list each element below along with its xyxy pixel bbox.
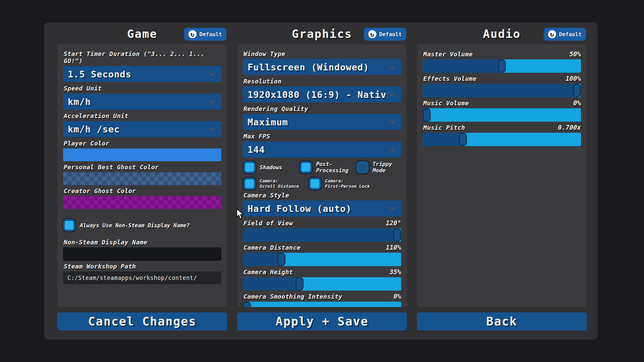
chevron-down-icon — [209, 70, 215, 76]
resolution-label: Resolution — [244, 78, 401, 85]
effects-volume-value: 100% — [566, 75, 581, 82]
rendering-quality-value: Maximum — [248, 117, 288, 127]
music-volume-slider[interactable] — [423, 108, 581, 122]
camera-scroll-distance-checkbox[interactable] — [244, 178, 256, 190]
player-color-label: Player Color — [64, 140, 221, 147]
reset-icon: ↻ — [548, 30, 556, 38]
chevron-down-icon — [209, 98, 215, 104]
music-volume-label: Music Volume — [423, 100, 469, 107]
steam-workshop-path-value: C:/Steam/steamapps/workshop/content/ — [67, 275, 197, 281]
camera-height-slider[interactable] — [243, 277, 401, 291]
camera-first-person-lock-checkbox[interactable] — [309, 178, 321, 190]
default-button-label: Default — [379, 31, 402, 38]
camera-smoothing-intensity-slider[interactable] — [243, 302, 401, 307]
camera-smoothing-intensity-label: Camera Smoothing Intensity — [244, 293, 342, 300]
camera-style-label: Camera Style — [244, 192, 401, 199]
effects-volume-label: Effects Volume — [423, 75, 477, 82]
post-processing-label: Post-Processing — [316, 161, 356, 174]
field-of-view-value: 120° — [386, 219, 401, 227]
window-type-dropdown[interactable]: Fullscreen (Windowed) — [243, 59, 401, 75]
back-button[interactable]: Back — [417, 312, 587, 330]
graphics-column: Graphics ↻ Default Window Type Fullscree… — [237, 26, 407, 330]
rendering-quality-dropdown[interactable]: Maximum — [243, 114, 401, 130]
window-type-label: Window Type — [244, 50, 401, 57]
camera-style-value: Hard Follow (auto) — [248, 203, 352, 214]
music-pitch-value: 0.700x — [558, 124, 581, 131]
resolution-dropdown[interactable]: 644x362 (16:9) - Native — [243, 86, 401, 103]
pb-ghost-color-label: Personal Best Ghost Color — [64, 164, 221, 171]
camera-first-person-lock-label: Camera: First-Person Lock — [325, 178, 370, 189]
window-type-value: Fullscreen (Windowed) — [248, 62, 369, 72]
speed-unit-dropdown[interactable]: km/h — [63, 94, 221, 110]
master-volume-label: Master Volume — [423, 51, 473, 58]
slider-handle[interactable] — [423, 108, 431, 122]
always-use-non-steam-name-checkbox[interactable] — [63, 219, 75, 231]
chevron-down-icon — [209, 125, 215, 131]
music-pitch-slider[interactable] — [423, 133, 581, 146]
cancel-changes-button[interactable]: Cancel Changes — [57, 312, 227, 330]
camera-distance-slider[interactable] — [243, 253, 401, 266]
effects-volume-slider[interactable] — [423, 84, 581, 97]
slider-handle[interactable] — [498, 59, 506, 73]
trippy-mode-checkbox[interactable] — [357, 161, 369, 173]
acceleration-unit-dropdown[interactable]: km/h /sec — [63, 121, 221, 137]
master-volume-slider[interactable] — [423, 59, 581, 73]
music-pitch-label: Music Pitch — [423, 124, 465, 131]
field-of-view-label: Field of View — [244, 220, 293, 227]
max-fps-label: Max FPS — [244, 133, 401, 140]
reset-icon: ↻ — [368, 30, 376, 38]
acceleration-unit-label: Acceleration Unit — [64, 112, 221, 119]
shadows-checkbox[interactable] — [244, 161, 256, 173]
rendering-quality-label: Rendering Quality — [244, 105, 401, 112]
post-processing-checkbox[interactable] — [300, 161, 312, 173]
non-steam-name-checkbox-row: Always Use Non-Steam Display Name? — [63, 219, 221, 231]
camera-smoothing-intensity-value: 0% — [393, 293, 401, 300]
start-timer-label: Start Timer Duration ("3... 2... 1... GO… — [64, 50, 221, 64]
slider-handle[interactable] — [393, 228, 401, 242]
graphics-checkbox-row-1: Shadows Post-Processing Trippy Mode — [244, 161, 401, 174]
max-fps-dropdown[interactable]: 144 — [243, 141, 401, 158]
slider-handle[interactable] — [296, 277, 304, 291]
master-volume-value: 50% — [570, 50, 581, 58]
camera-distance-label: Camera Distance — [244, 244, 301, 251]
field-of-view-slider[interactable] — [243, 228, 401, 242]
non-steam-display-name-input[interactable] — [63, 247, 221, 261]
resolution-value: 644x362 (16:9) - Native — [248, 89, 386, 100]
pb-ghost-color-swatch[interactable] — [63, 172, 221, 185]
slider-handle[interactable] — [573, 84, 581, 97]
shadows-label: Shadows — [260, 164, 282, 171]
slider-handle[interactable] — [459, 133, 467, 146]
game-column: Game ↻ Default Start Timer Duration ("3.… — [57, 26, 227, 330]
slider-handle[interactable] — [243, 302, 251, 307]
non-steam-display-name-label: Non-Steam Display Name — [64, 239, 221, 246]
camera-style-dropdown[interactable]: Hard Follow (auto) — [243, 200, 401, 217]
max-fps-value: 144 — [248, 144, 265, 155]
always-use-non-steam-name-label: Always Use Non-Steam Display Name? — [80, 222, 190, 229]
start-timer-dropdown[interactable]: 1.5 Seconds — [63, 66, 221, 82]
graphics-card: Window Type Fullscreen (Windowed) Resolu… — [237, 44, 407, 307]
chevron-down-icon — [389, 145, 395, 152]
apply-save-button[interactable]: Apply + Save — [237, 312, 407, 330]
creator-ghost-color-label: Creator Ghost Color — [64, 187, 221, 194]
audio-default-button[interactable]: ↻ Default — [544, 28, 586, 41]
steam-workshop-path-input[interactable]: C:/Steam/steamapps/workshop/content/ — [63, 272, 221, 284]
default-button-label: Default — [559, 31, 582, 38]
camera-scroll-distance-label: Camera: Scroll Distance — [260, 178, 299, 189]
game-card: Start Timer Duration ("3... 2... 1... GO… — [57, 44, 227, 307]
camera-distance-value: 110% — [386, 244, 401, 251]
player-color-swatch[interactable] — [63, 148, 221, 161]
audio-card: Master Volume 50% Effects Volume 100% Mu… — [417, 44, 587, 307]
camera-height-label: Camera Height — [244, 268, 293, 276]
music-volume-value: 0% — [573, 99, 581, 107]
audio-column: Audio ↻ Default Master Volume 50% Effect… — [417, 26, 587, 330]
creator-ghost-color-swatch[interactable] — [63, 196, 221, 209]
trippy-mode-label: Trippy Mode — [373, 161, 401, 174]
audio-header: Audio ↻ Default — [417, 26, 587, 43]
slider-handle[interactable] — [277, 253, 285, 266]
chevron-down-icon — [389, 63, 395, 69]
graphics-default-button[interactable]: ↻ Default — [364, 28, 406, 41]
game-header: Game ↻ Default — [57, 26, 227, 43]
chevron-down-icon — [389, 118, 395, 124]
reset-icon: ↻ — [189, 30, 197, 38]
game-default-button[interactable]: ↻ Default — [184, 28, 226, 41]
